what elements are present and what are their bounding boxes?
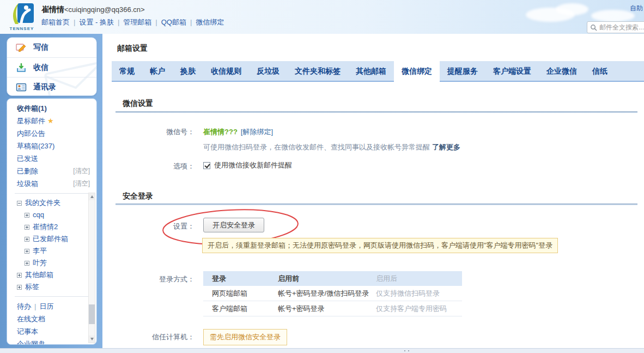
user-email: <cuiqingqing@qq366.cn> [64,5,145,14]
self-service-link[interactable]: 自助 [630,4,643,13]
login-methods-table: 登录 启用前 启用后 网页端邮箱 帐号+密码登录/微信扫码登录 仅支持微信扫码登… [203,271,462,316]
nav-qq-mail[interactable]: QQ邮箱 [161,18,196,26]
section-divider [116,111,637,113]
logo-icon [8,2,36,25]
header-after-enable: 启用后 [376,274,462,284]
tab-reminder-service[interactable]: 提醒服务 [440,61,485,81]
tab-wechat-binding[interactable]: 微信绑定 [394,61,440,82]
nav-manage-mailbox[interactable]: 管理邮箱 [123,18,161,26]
folder-spam[interactable]: 垃圾箱[清空] [7,177,96,190]
compose-icon [16,42,27,53]
tree-folder-yefang[interactable]: 叶芳 [7,257,96,269]
search-input[interactable]: 邮件全文搜索... [587,21,644,33]
expand-icon[interactable] [25,249,29,254]
cloud-decoration [591,10,635,22]
tab-stationery[interactable]: 信纸 [585,61,615,81]
expand-icon[interactable] [17,285,22,290]
mail-app-window: TENNSEY 崔情情<cuiqingqing@qq366.cn> 邮箱首页设置… [0,0,644,353]
tab-folders-labels[interactable]: 文件夹和标签 [287,61,348,81]
receive-mail-button[interactable]: 收信 [7,57,96,77]
option-label: 选项： [124,161,199,171]
tab-antispam[interactable]: 反垃圾 [249,61,287,81]
learn-more-link[interactable]: 了解更多 [432,143,460,151]
wechat-id-value: 崔情情???[解除绑定] [203,127,273,137]
tab-other-mailboxes[interactable]: 其他邮箱 [348,61,394,81]
sidebar-scrollbar[interactable] [88,193,95,343]
expand-icon[interactable] [25,225,29,230]
empty-spam-link[interactable]: [清空] [73,177,90,190]
trusted-computer-button[interactable]: 需先启用微信安全登录 [203,329,287,345]
todo-link[interactable]: 待办 [17,302,31,310]
header-login: 登录 [203,274,278,284]
tree-my-folders[interactable]: 我的文件夹 [7,197,96,209]
wechat-notify-checkbox[interactable] [203,162,210,169]
tab-account[interactable]: 帐户 [142,61,173,81]
folder-inbox[interactable]: 收件箱(1) [7,102,96,115]
resize-handle-dots[interactable] [403,350,411,352]
user-name: 崔情情 [41,5,64,14]
sidebar-divider [15,296,91,297]
calendar-link[interactable]: 日历 [39,302,53,310]
contacts-icon [16,82,27,93]
expand-icon[interactable] [25,213,29,218]
secure-login-warning: 开启后，须重新登录邮箱；无法使用原密码登录，网页版请使用微信扫码，客户端请使用"… [202,238,558,253]
expand-icon[interactable] [25,237,29,242]
account-switcher[interactable]: 崔情情<cuiqingqing@qq366.cn> [41,5,153,15]
header-nav: 邮箱首页设置 - 换肤管理邮箱QQ邮箱微信绑定 [41,17,224,27]
tab-client-settings[interactable]: 客户端设置 [485,61,539,81]
inbox-icon [16,62,27,73]
tennsey-logo[interactable]: TENNSEY [7,2,37,32]
folder-announcements[interactable]: 内部公告 [7,127,96,140]
folder-drafts[interactable]: 草稿箱(237) [7,140,96,152]
nav-mail-home[interactable]: 邮箱首页 [41,18,79,26]
wechat-notify-label: 使用微信接收新邮件提醒 [214,160,292,170]
cloud-decoration [556,3,588,15]
tree-folder-liping[interactable]: 李平 [7,245,96,257]
star-icon: ★ [47,117,54,125]
collapse-icon[interactable] [17,201,22,206]
nav-settings-skin[interactable]: 设置 - 换肤 [79,18,123,26]
online-docs-link[interactable]: 在线文档 [7,313,96,325]
folder-deleted[interactable]: 已删除[清空] [7,165,96,177]
sidebar-divider [15,193,91,194]
logo-text: TENNSEY [7,26,37,31]
folder-sent[interactable]: 已发送 [7,152,96,165]
tree-folder-cqq[interactable]: cqq [7,209,96,221]
expand-icon[interactable] [25,261,29,266]
trusted-computer-label: 信任计算机： [124,332,199,342]
tree-other-mailboxes[interactable]: 其他邮箱 [7,269,96,281]
section-divider [116,204,637,205]
table-row: 网页端邮箱 帐号+密码登录/微信扫码登录 仅支持微信扫码登录 [203,286,462,301]
receive-mail-label: 收信 [33,63,48,73]
tab-skin[interactable]: 换肤 [173,61,203,81]
compose-button[interactable]: 写信 [7,38,96,57]
tree-labels[interactable]: 标签 [7,281,96,293]
wechat-settings-heading: 微信设置 [123,99,153,109]
wechat-notify-option: 使用微信接收新邮件提醒 [203,160,292,170]
unbind-link[interactable]: [解除绑定] [241,128,273,136]
header-before-enable: 启用前 [278,274,376,284]
empty-deleted-link[interactable]: [清空] [73,165,90,177]
tab-enterprise-wechat[interactable]: 企业微信 [539,61,585,81]
wechat-description: 可使用微信扫码登录，在微信收发邮件、查找同事以及接收帐号异常提醒了解更多 [203,142,460,152]
enterprise-drive-link[interactable]: 企业网盘 [7,338,96,345]
scroll-down-button[interactable] [89,336,95,343]
separator: | [34,302,36,310]
tab-general[interactable]: 常规 [112,61,142,81]
sidebar-actions-panel: 写信 收信 通讯录 [7,37,97,96]
scroll-up-button[interactable] [89,193,95,200]
tab-mail-rules[interactable]: 收信规则 [203,61,249,81]
setting-label: 设置： [124,222,199,231]
contacts-label: 通讯录 [33,82,56,92]
nav-wechat-binding[interactable]: 微信绑定 [196,18,224,26]
enable-secure-login-button[interactable]: 开启安全登录 [203,218,264,232]
tree-folder-cuiqingqing2[interactable]: 崔情情2 [7,221,96,233]
scrollbar-thumb[interactable] [89,304,95,324]
expand-icon[interactable] [17,273,22,278]
folder-starred[interactable]: 星标邮件★ [7,115,96,127]
login-method-label: 登录方式： [124,274,199,284]
tree-folder-sent-archive[interactable]: 已发邮件箱 [7,233,96,245]
contacts-button[interactable]: 通讯录 [7,77,96,96]
table-header-row: 登录 启用前 启用后 [203,271,462,286]
notebook-link[interactable]: 记事本 [7,325,96,338]
